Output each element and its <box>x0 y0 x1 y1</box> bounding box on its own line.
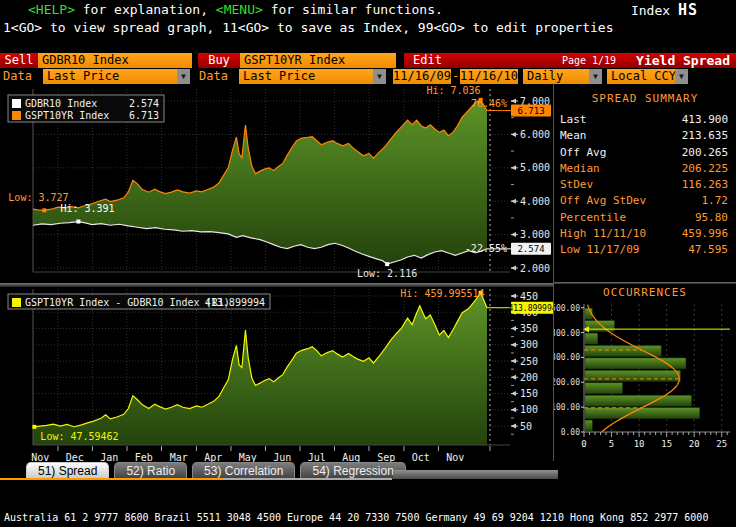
summary-value: 95.80 <box>695 210 728 226</box>
svg-text:200.00: 200.00 <box>554 378 580 387</box>
scroll-handle[interactable] <box>393 470 558 479</box>
svg-text:50: 50 <box>520 421 532 432</box>
summary-value: 116.263 <box>682 177 728 193</box>
edit-button[interactable]: Edit <box>404 53 456 68</box>
data-label-2: Data <box>196 69 239 84</box>
summary-value: 47.595 <box>688 242 728 258</box>
svg-text:6.713: 6.713 <box>517 106 544 116</box>
help-tag[interactable]: <HELP> <box>28 2 75 17</box>
sell-ticker-field[interactable]: GDBR10 Index <box>38 53 192 68</box>
summary-label: Off Avg StDev <box>560 193 646 209</box>
top-yield-chart[interactable]: 2.0003.0004.0005.0006.0007.0006.71376.46… <box>0 85 553 283</box>
buy-button[interactable]: Buy <box>198 53 240 68</box>
summary-label: Low 11/17/09 <box>560 242 639 258</box>
summary-row: Percentile95.80 <box>554 210 736 226</box>
svg-text:400.00: 400.00 <box>554 329 580 338</box>
spread-chart[interactable]: 50100150200250300350400450413.899994Hi: … <box>0 287 553 465</box>
svg-text:GSPT10YR Index: GSPT10YR Index <box>25 110 109 121</box>
tab-spread[interactable]: 51) Spread <box>26 462 109 479</box>
summary-row: Off Avg StDev1.72 <box>554 193 736 209</box>
summary-value: 200.265 <box>682 145 728 161</box>
chevron-down-icon[interactable]: ▼ <box>177 69 190 84</box>
svg-text:200: 200 <box>520 372 538 383</box>
summary-value: 1.72 <box>702 193 729 209</box>
date-from-field[interactable]: 11/16/09 <box>393 69 451 84</box>
summary-row: StDev116.263 <box>554 177 736 193</box>
svg-text:100: 100 <box>520 404 538 415</box>
data-label-1: Data <box>0 69 43 84</box>
summary-label: Off Avg <box>560 145 606 161</box>
summary-value: 459.996 <box>682 226 728 242</box>
period-select[interactable]: Daily <box>523 69 589 84</box>
svg-text:100.00: 100.00 <box>554 403 580 412</box>
svg-text:Nov: Nov <box>446 452 464 463</box>
chevron-down-icon[interactable]: ▼ <box>589 69 602 84</box>
summary-label: Median <box>560 161 600 177</box>
page-indicator: Page 1/19 <box>562 53 616 68</box>
tab-underline <box>224 478 392 480</box>
svg-text:0: 0 <box>581 439 586 449</box>
security-type-and-function: Index HS <box>631 1 698 19</box>
title-bar: Edit Page 1/19 Yield Spread <box>404 53 736 68</box>
currency-select[interactable]: Local CCY <box>607 69 675 84</box>
price-type-select-1[interactable]: Last Price <box>43 69 177 84</box>
summary-row: Mean213.635 <box>554 128 736 144</box>
summary-row: High 11/11/10459.996 <box>554 226 736 242</box>
function-code: HS <box>678 1 698 19</box>
summary-row: Median206.225 <box>554 161 736 177</box>
price-type-select-2[interactable]: Last Price <box>239 69 373 84</box>
svg-text:Hi: 7.036: Hi: 7.036 <box>426 85 480 96</box>
date-range-separator: - <box>451 69 460 84</box>
svg-text:450: 450 <box>520 291 538 302</box>
security-toolbar: Sell GDBR10 Index Buy GSPT10YR Index Edi… <box>0 53 736 68</box>
svg-text:Hi: 3.391: Hi: 3.391 <box>60 203 114 214</box>
svg-text:4.000: 4.000 <box>520 196 550 207</box>
svg-text:150: 150 <box>520 388 538 399</box>
buy-ticker-field[interactable]: GSPT10YR Index <box>240 53 396 68</box>
spread-summary-title: SPREAD SUMMARY <box>554 92 736 105</box>
svg-text:6.000: 6.000 <box>520 129 550 140</box>
svg-text:6.713: 6.713 <box>129 110 159 121</box>
page-title: Yield Spread <box>636 53 730 68</box>
svg-text:5.000: 5.000 <box>520 162 550 173</box>
tab-ratio[interactable]: 52) Ratio <box>114 462 187 479</box>
spread-summary-table: Last413.900Mean213.635Off Avg200.265Medi… <box>554 112 736 259</box>
header-line-2: 1<GO> to view spread graph, 11<GO> to sa… <box>3 20 613 35</box>
sell-button[interactable]: Sell <box>0 53 38 68</box>
svg-text:25: 25 <box>716 439 727 449</box>
occurrences-chart[interactable]: 0.00100.00200.00300.00400.00500.00051015… <box>554 300 736 460</box>
title-bar-spacer <box>456 53 562 68</box>
area-fill <box>33 293 487 445</box>
svg-text:2.000: 2.000 <box>520 263 550 274</box>
summary-value: 206.225 <box>682 161 728 177</box>
svg-text:3.000: 3.000 <box>520 229 550 240</box>
svg-text:5: 5 <box>609 439 614 449</box>
svg-text:15: 15 <box>661 439 672 449</box>
summary-row: Last413.900 <box>554 112 736 128</box>
legend: GDBR10 Index2.574GSPT10YR Index6.713 <box>8 95 164 122</box>
summary-row: Off Avg200.265 <box>554 145 736 161</box>
options-toolbar: Data Last Price ▼ Data Last Price ▼ 11/1… <box>0 69 736 84</box>
svg-text:Hi: 459.995514: Hi: 459.995514 <box>400 288 484 299</box>
chevron-down-icon[interactable]: ▼ <box>373 69 386 84</box>
svg-text:Low: 2.116: Low: 2.116 <box>357 268 417 279</box>
header-line1-end: for similar functions. <box>263 2 443 17</box>
chevron-down-icon[interactable]: ▼ <box>675 69 688 84</box>
date-to-field[interactable]: 11/16/10 <box>460 69 518 84</box>
analysis-tabs: 51) Spread52) Ratio53) Correlation54) Re… <box>26 462 406 479</box>
bloomberg-terminal-screen: <HELP> for explanation, <MENU> for simil… <box>0 0 736 527</box>
right-panel: SPREAD SUMMARY Last413.900Mean213.635Off… <box>554 84 736 461</box>
svg-text:300: 300 <box>520 339 538 350</box>
svg-text:Low: 47.59462: Low: 47.59462 <box>40 431 118 442</box>
footer: Australia 61 2 9777 8600 Brazil 5511 304… <box>4 487 720 527</box>
tab-regression[interactable]: 54) Regression <box>300 462 405 479</box>
svg-text:300.00: 300.00 <box>554 353 580 362</box>
summary-label: Last <box>560 112 587 128</box>
tab-correlation[interactable]: 53) Correlation <box>192 462 295 479</box>
svg-text:350: 350 <box>520 323 538 334</box>
svg-text:20: 20 <box>689 439 700 449</box>
svg-text:250: 250 <box>520 356 538 367</box>
menu-tag[interactable]: <MENU> <box>216 2 263 17</box>
active-tab-underline <box>0 478 224 480</box>
svg-text:-22.55%: -22.55% <box>465 243 507 254</box>
